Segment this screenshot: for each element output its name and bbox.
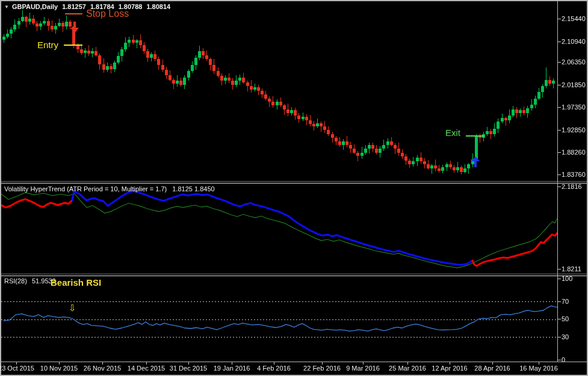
hypertrend-values: 1.8125 1.8450 [172, 185, 214, 193]
exit-line[interactable] [466, 135, 484, 137]
date-tick-label: 10 Nov 2015 [40, 365, 78, 372]
date-tick-label: 12 Apr 2016 [432, 365, 467, 372]
entry-label[interactable]: Entry [37, 40, 58, 50]
buy-signal-arrow-up-icon[interactable] [471, 156, 480, 167]
chart-dropdown-icon[interactable]: ▼ [4, 4, 9, 10]
stop-loss-line[interactable] [65, 13, 82, 14]
date-tick-label: 4 Feb 2016 [257, 365, 291, 372]
exit-label[interactable]: Exit [445, 128, 460, 138]
bearish-rsi-arrow-down-icon[interactable]: ⇩ [69, 303, 76, 312]
date-tick-label: 19 Jan 2016 [214, 365, 250, 372]
date-tick-label: 9 Mar 2016 [346, 365, 380, 372]
sell-signal-arrow-down-icon[interactable] [70, 22, 79, 33]
date-tick-label: 23 Oct 2015 [0, 365, 34, 372]
date-tick-label: 22 Feb 2016 [303, 365, 341, 372]
date-tick-label: 14 Dec 2015 [128, 365, 165, 372]
date-tick-label: 16 May 2016 [519, 365, 558, 372]
symbol-period-label: GBPAUD,Daily [12, 3, 58, 10]
stop-loss-label[interactable]: Stop Loss [86, 8, 129, 19]
hypertrend-label: Volatility HyperTrend (ATR Period = 10, … [4, 185, 167, 193]
rsi-title-bar: RSI(28) 51.9532 [4, 277, 56, 285]
date-tick-label: 26 Nov 2015 [84, 365, 121, 372]
ohlc-close: 1.80814 [146, 3, 170, 10]
hypertrend-title-bar: Volatility HyperTrend (ATR Period = 10, … [4, 185, 215, 193]
mt4-chart-window: { "header": { "dropdown_icon": "▼", "sym… [0, 0, 588, 376]
bearish-rsi-label[interactable]: Bearish RSI [51, 277, 101, 288]
ohlc-open: 1.81257 [62, 3, 86, 10]
entry-line[interactable] [64, 45, 82, 46]
date-tick-label: 31 Dec 2015 [170, 365, 207, 372]
date-tick-label: 28 Apr 2016 [474, 365, 510, 372]
rsi-label: RSI(28) [4, 277, 27, 285]
date-tick-label: 25 Mar 2016 [389, 365, 426, 372]
